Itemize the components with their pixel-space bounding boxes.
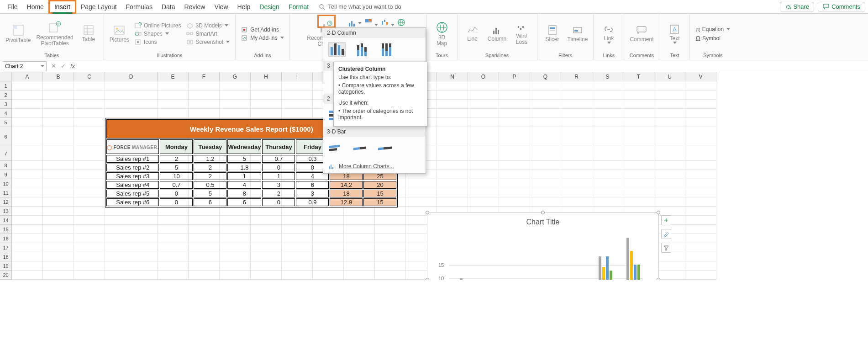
cell[interactable]: [43, 100, 74, 109]
cell[interactable]: [561, 90, 592, 100]
table-cell[interactable]: 1.2: [194, 155, 226, 163]
resize-handle[interactable]: [657, 211, 660, 214]
cell[interactable]: [43, 271, 74, 280]
cell[interactable]: [220, 81, 251, 90]
cell[interactable]: [158, 216, 189, 225]
cell[interactable]: [43, 109, 74, 118]
cell[interactable]: [344, 243, 375, 252]
cell[interactable]: [499, 146, 530, 161]
table-column-header[interactable]: Thursday: [262, 139, 295, 154]
table-cell[interactable]: 5: [227, 155, 261, 163]
cell[interactable]: [499, 90, 530, 100]
cell[interactable]: [43, 127, 74, 146]
cell[interactable]: [251, 225, 282, 234]
screenshot-button[interactable]: Screenshot: [184, 38, 231, 46]
cell[interactable]: [654, 179, 685, 188]
tab-home[interactable]: Home: [22, 1, 48, 12]
cell[interactable]: [499, 188, 530, 197]
cell[interactable]: [158, 261, 189, 271]
cell[interactable]: [530, 127, 561, 146]
cell[interactable]: [12, 109, 43, 118]
table-row-header[interactable]: Sales rep #2: [106, 164, 159, 171]
icons-button[interactable]: Icons: [133, 38, 183, 46]
cell[interactable]: [43, 243, 74, 252]
row-header[interactable]: 14: [0, 216, 12, 225]
tab-design[interactable]: Design: [255, 1, 284, 12]
cell[interactable]: [220, 271, 251, 280]
cell[interactable]: [105, 207, 158, 216]
cell[interactable]: [189, 81, 220, 90]
cell[interactable]: [74, 261, 105, 271]
cell[interactable]: [344, 252, 375, 261]
row-header[interactable]: 3: [0, 100, 12, 109]
cell[interactable]: [12, 234, 43, 243]
cell[interactable]: [375, 243, 406, 252]
cell[interactable]: [437, 90, 468, 100]
column-header[interactable]: G: [220, 72, 251, 81]
3d-clustered-bar-option[interactable]: [329, 141, 345, 155]
cell[interactable]: [654, 261, 685, 271]
cell[interactable]: [189, 261, 220, 271]
cell[interactable]: [74, 127, 105, 146]
cell[interactable]: [623, 109, 654, 118]
clustered-column-option[interactable]: [329, 43, 345, 56]
cell[interactable]: [654, 109, 685, 118]
cell[interactable]: [437, 146, 468, 161]
table-cell[interactable]: 3: [262, 181, 295, 189]
cell[interactable]: [74, 243, 105, 252]
cell[interactable]: [251, 81, 282, 90]
text-button[interactable]: AText: [663, 23, 686, 45]
cell[interactable]: [530, 90, 561, 100]
cell[interactable]: [251, 271, 282, 280]
cell[interactable]: [623, 118, 654, 127]
cell[interactable]: [592, 161, 623, 170]
table-cell[interactable]: 6: [296, 181, 329, 189]
cell[interactable]: [282, 90, 313, 100]
cell[interactable]: [158, 271, 189, 280]
cell[interactable]: [592, 109, 623, 118]
table-cell[interactable]: 0: [262, 198, 295, 206]
cell[interactable]: [561, 100, 592, 109]
cell[interactable]: [685, 90, 716, 100]
cell[interactable]: [561, 170, 592, 179]
select-all-corner[interactable]: [0, 72, 12, 81]
resize-handle[interactable]: [426, 278, 429, 280]
cell[interactable]: [499, 179, 530, 188]
cell[interactable]: [592, 118, 623, 127]
cell[interactable]: [189, 234, 220, 243]
cell[interactable]: [43, 146, 74, 161]
cell[interactable]: [43, 188, 74, 197]
cell[interactable]: [685, 216, 716, 225]
cell[interactable]: [74, 90, 105, 100]
cell[interactable]: [375, 207, 406, 216]
table-cell[interactable]: 5: [160, 164, 193, 171]
table-cell[interactable]: 2: [262, 190, 295, 197]
cell[interactable]: [158, 207, 189, 216]
cell[interactable]: [592, 90, 623, 100]
cell[interactable]: [189, 271, 220, 280]
cell[interactable]: [251, 100, 282, 109]
cell[interactable]: [375, 252, 406, 261]
cell[interactable]: [12, 207, 43, 216]
cell[interactable]: [623, 188, 654, 197]
chart-title[interactable]: Chart Title: [427, 213, 658, 229]
cell[interactable]: [468, 118, 499, 127]
cell[interactable]: [220, 109, 251, 118]
cell[interactable]: [530, 188, 561, 197]
chart-plot-area[interactable]: 051015: [449, 233, 642, 280]
cell[interactable]: [74, 207, 105, 216]
table-cell[interactable]: 15: [363, 190, 396, 197]
table-cell[interactable]: 14.2: [330, 181, 363, 189]
table-cell[interactable]: 0: [160, 190, 193, 197]
cell[interactable]: [12, 243, 43, 252]
row-header[interactable]: 7: [0, 146, 12, 161]
cell[interactable]: [468, 146, 499, 161]
cell[interactable]: [592, 100, 623, 109]
cell[interactable]: [685, 188, 716, 197]
cell[interactable]: [437, 127, 468, 146]
cell[interactable]: [189, 109, 220, 118]
cell[interactable]: [105, 90, 158, 100]
slicer-button[interactable]: Slicer: [541, 24, 564, 43]
cell[interactable]: [561, 109, 592, 118]
cell[interactable]: [43, 207, 74, 216]
